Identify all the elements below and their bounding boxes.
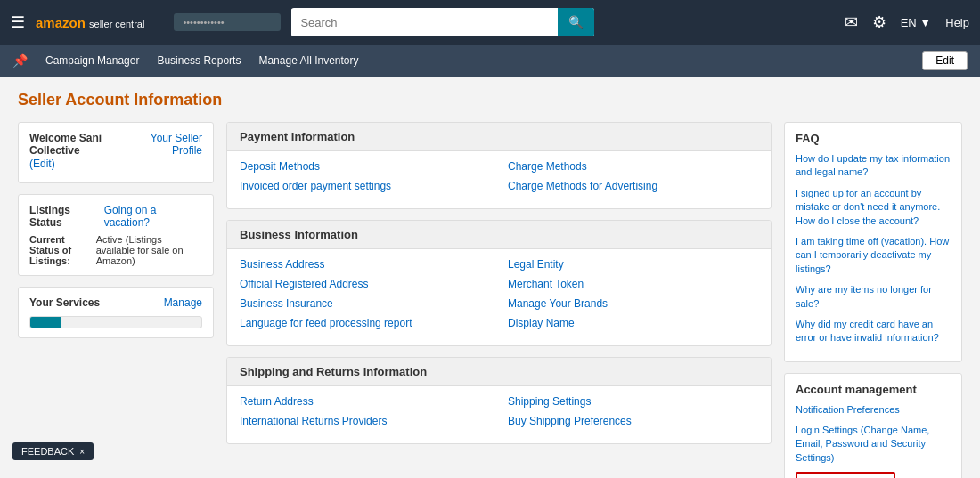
feedback-button[interactable]: FEEDBACK × [12,442,94,460]
deposit-methods-link[interactable]: Deposit Methods [240,160,490,173]
buy-shipping-link[interactable]: Buy Shipping Preferences [508,415,758,427]
services-progress-bar [29,316,202,328]
account-management-title: Account management [796,383,951,396]
listings-status-card: Listings Status Going on a vacation? Cur… [18,194,214,276]
your-services-card: Your Services Manage [18,287,214,338]
account-management-card: Account management Notification Preferen… [784,373,962,478]
shipping-col2: Shipping Settings Buy Shipping Preferenc… [508,395,758,434]
edit-profile-link[interactable]: (Edit) [29,158,55,170]
invoiced-order-link[interactable]: Invoiced order payment settings [240,180,490,192]
page-content: Seller Account Information Welcome Sani … [0,77,980,478]
welcome-text: Welcome Sani Collective (Edit) [29,132,133,170]
manage-brands-link[interactable]: Manage Your Brands [508,297,758,310]
brand-logo: amazon seller central [36,15,144,30]
left-sidebar: Welcome Sani Collective (Edit) Your Sell… [18,122,214,478]
intl-returns-link[interactable]: International Returns Providers [240,415,490,427]
pin-icon: 📌 [12,53,28,68]
mail-icon[interactable]: ✉ [845,12,858,32]
downgrade-account-link[interactable]: Downgrade Account [796,472,895,478]
faq-link-0[interactable]: How do I update my tax information and l… [796,152,951,180]
shipping-body: Return Address International Returns Pro… [227,386,771,443]
return-address-link[interactable]: Return Address [240,395,490,408]
charge-methods-advertising-link[interactable]: Charge Methods for Advertising [508,180,758,192]
right-sidebar: FAQ How do I update my tax information a… [784,122,962,478]
search-input[interactable] [291,9,558,36]
shipping-col1: Return Address International Returns Pro… [240,395,490,434]
hamburger-icon[interactable]: ☰ [11,12,25,32]
going-vacation-link[interactable]: Going on a vacation? [104,204,202,229]
settings-icon[interactable]: ⚙ [872,12,886,32]
services-header: Your Services Manage [29,296,202,309]
business-reports-link[interactable]: Business Reports [157,54,241,67]
welcome-header: Welcome Sani Collective (Edit) Your Sell… [29,132,202,170]
manage-services-link[interactable]: Manage [164,296,202,309]
nav-divider [159,9,159,36]
shipping-section: Shipping and Returns Information Return … [226,357,772,444]
listings-status-header: Listings Status Going on a vacation? [29,204,202,229]
your-services-label: Your Services [29,296,100,309]
help-link[interactable]: Help [945,16,969,29]
welcome-name: Welcome Sani Collective [29,132,133,157]
listings-status-label: Listings Status [29,204,104,229]
nav-actions: ✉ ⚙ EN ▼ Help [845,12,969,32]
business-address-link[interactable]: Business Address [240,258,490,271]
welcome-card: Welcome Sani Collective (Edit) Your Sell… [18,122,214,183]
login-settings-link[interactable]: Login Settings (Change Name, Email, Pass… [796,424,951,465]
brand-sub: seller central [89,19,144,29]
payment-col2: Charge Methods Charge Methods for Advert… [508,160,758,199]
faq-link-1[interactable]: I signed up for an account by mistake or… [796,187,951,228]
merchant-token-link[interactable]: Merchant Token [508,278,758,290]
content-layout: Welcome Sani Collective (Edit) Your Sell… [18,122,962,478]
current-status-row: Current Status of Listings: Active (List… [29,234,202,266]
faq-link-4[interactable]: Why did my credit card have an error or … [796,318,951,345]
faq-title: FAQ [796,132,951,145]
payment-header: Payment Information [227,123,771,151]
center-content: Payment Information Deposit Methods Invo… [226,122,772,478]
feedback-label: FEEDBACK [21,446,74,457]
language-feed-link[interactable]: Language for feed processing report [240,317,490,329]
current-status-label: Current Status of Listings: [29,234,96,266]
display-name-link[interactable]: Display Name [508,317,758,329]
progress-bar-fill [30,317,61,328]
business-section: Business Information Business Address Of… [226,220,772,346]
shipping-header: Shipping and Returns Information [227,358,771,386]
brand-amazon: amazon [36,15,86,30]
campaign-manager-link[interactable]: Campaign Manager [45,54,139,67]
notification-prefs-link[interactable]: Notification Preferences [796,403,951,417]
business-col2: Legal Entity Merchant Token Manage Your … [508,258,758,336]
business-insurance-link[interactable]: Business Insurance [240,297,490,310]
current-status-value: Active (Listings available for sale on A… [96,234,202,266]
feedback-close-icon[interactable]: × [79,447,85,457]
search-bar: 🔍 [291,8,594,36]
charge-methods-link[interactable]: Charge Methods [508,160,758,173]
business-header: Business Information [227,221,771,249]
faq-link-2[interactable]: I am taking time off (vacation). How can… [796,235,951,276]
user-id-bar: •••••••••••• [174,13,281,31]
official-registered-link[interactable]: Official Registered Address [240,278,490,290]
search-button[interactable]: 🔍 [558,8,594,36]
payment-body: Deposit Methods Invoiced order payment s… [227,151,771,208]
page-title: Seller Account Information [18,91,962,109]
top-navigation: ☰ amazon seller central •••••••••••• 🔍 ✉… [0,0,980,45]
seller-profile-link[interactable]: Your Seller Profile [133,132,202,157]
shipping-settings-link[interactable]: Shipping Settings [508,395,758,408]
language-selector[interactable]: EN ▼ [901,16,932,29]
manage-all-inventory-link[interactable]: Manage All Inventory [258,54,358,67]
faq-link-3[interactable]: Why are my items no longer for sale? [796,283,951,311]
business-col1: Business Address Official Registered Add… [240,258,490,336]
faq-card: FAQ How do I update my tax information a… [784,122,962,362]
legal-entity-link[interactable]: Legal Entity [508,258,758,271]
payment-section: Payment Information Deposit Methods Invo… [226,122,772,209]
payment-col1: Deposit Methods Invoiced order payment s… [240,160,490,199]
secondary-navigation: 📌 Campaign Manager Business Reports Mana… [0,45,980,77]
edit-button[interactable]: Edit [922,51,968,70]
business-body: Business Address Official Registered Add… [227,249,771,345]
